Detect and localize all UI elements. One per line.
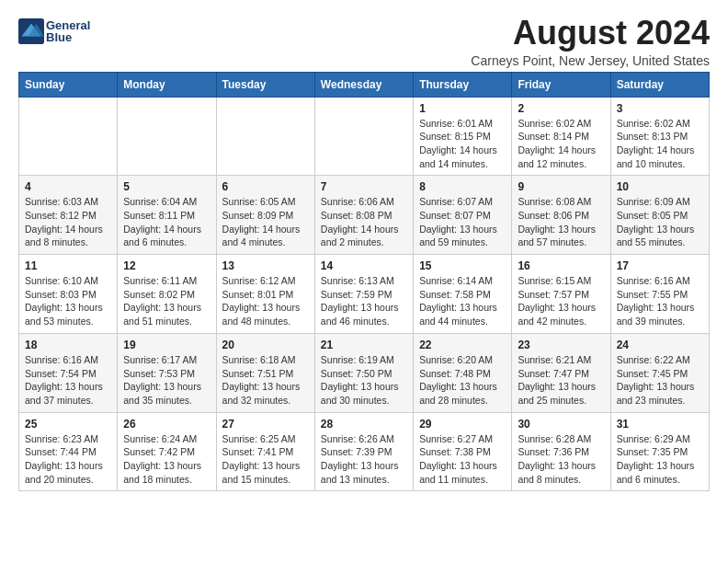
calendar-cell: 3Sunrise: 6:02 AM Sunset: 8:13 PM Daylig…	[610, 97, 709, 176]
calendar-cell: 19Sunrise: 6:17 AM Sunset: 7:53 PM Dayli…	[118, 333, 216, 412]
week-row-1: 1Sunrise: 6:01 AM Sunset: 8:15 PM Daylig…	[19, 97, 710, 176]
day-info: Sunrise: 6:01 AM Sunset: 8:15 PM Dayligh…	[419, 117, 506, 171]
day-info: Sunrise: 6:12 AM Sunset: 8:01 PM Dayligh…	[222, 274, 309, 328]
calendar-cell: 15Sunrise: 6:14 AM Sunset: 7:58 PM Dayli…	[414, 255, 512, 334]
calendar-cell: 20Sunrise: 6:18 AM Sunset: 7:51 PM Dayli…	[216, 333, 314, 412]
logo-icon	[18, 18, 44, 44]
day-info: Sunrise: 6:29 AM Sunset: 7:35 PM Dayligh…	[617, 432, 703, 487]
day-number: 28	[321, 418, 407, 431]
day-info: Sunrise: 6:14 AM Sunset: 7:58 PM Dayligh…	[419, 274, 506, 328]
day-number: 5	[123, 180, 210, 193]
calendar-cell: 31Sunrise: 6:29 AM Sunset: 7:35 PM Dayli…	[610, 412, 709, 491]
calendar-cell	[19, 97, 118, 176]
calendar-cell: 26Sunrise: 6:24 AM Sunset: 7:42 PM Dayli…	[118, 412, 216, 491]
day-info: Sunrise: 6:16 AM Sunset: 7:55 PM Dayligh…	[617, 274, 703, 328]
day-info: Sunrise: 6:10 AM Sunset: 8:03 PM Dayligh…	[25, 274, 111, 328]
day-info: Sunrise: 6:18 AM Sunset: 7:51 PM Dayligh…	[222, 353, 309, 408]
calendar-cell: 10Sunrise: 6:09 AM Sunset: 8:05 PM Dayli…	[610, 176, 709, 255]
page-subtitle: Carneys Point, New Jersey, United States	[471, 53, 710, 68]
header: General Blue August 2024 Carneys Point, …	[18, 15, 710, 68]
calendar-cell: 25Sunrise: 6:23 AM Sunset: 7:44 PM Dayli…	[19, 412, 118, 491]
day-info: Sunrise: 6:19 AM Sunset: 7:50 PM Dayligh…	[321, 353, 407, 408]
calendar-cell: 6Sunrise: 6:05 AM Sunset: 8:09 PM Daylig…	[216, 176, 314, 255]
day-number: 14	[321, 259, 407, 272]
logo-text: General Blue	[46, 18, 90, 44]
weekday-header-tuesday: Tuesday	[216, 72, 314, 97]
calendar-cell: 17Sunrise: 6:16 AM Sunset: 7:55 PM Dayli…	[610, 255, 709, 334]
day-info: Sunrise: 6:25 AM Sunset: 7:41 PM Dayligh…	[222, 432, 309, 487]
day-number: 6	[222, 180, 309, 193]
day-number: 2	[518, 102, 604, 115]
day-info: Sunrise: 6:22 AM Sunset: 7:45 PM Dayligh…	[617, 353, 703, 408]
week-row-5: 25Sunrise: 6:23 AM Sunset: 7:44 PM Dayli…	[19, 412, 710, 491]
day-number: 29	[419, 418, 506, 431]
day-info: Sunrise: 6:02 AM Sunset: 8:13 PM Dayligh…	[617, 117, 703, 171]
day-number: 25	[25, 418, 111, 431]
day-info: Sunrise: 6:15 AM Sunset: 7:57 PM Dayligh…	[518, 274, 604, 328]
day-number: 15	[419, 259, 506, 272]
day-info: Sunrise: 6:17 AM Sunset: 7:53 PM Dayligh…	[123, 353, 210, 408]
calendar-cell: 4Sunrise: 6:03 AM Sunset: 8:12 PM Daylig…	[19, 176, 118, 255]
day-number: 1	[419, 102, 506, 115]
day-info: Sunrise: 6:03 AM Sunset: 8:12 PM Dayligh…	[25, 195, 111, 249]
week-row-4: 18Sunrise: 6:16 AM Sunset: 7:54 PM Dayli…	[19, 333, 710, 412]
day-info: Sunrise: 6:20 AM Sunset: 7:48 PM Dayligh…	[419, 353, 506, 408]
day-info: Sunrise: 6:24 AM Sunset: 7:42 PM Dayligh…	[123, 432, 210, 487]
day-info: Sunrise: 6:02 AM Sunset: 8:14 PM Dayligh…	[518, 117, 604, 171]
day-number: 9	[518, 180, 604, 193]
day-number: 3	[617, 102, 703, 115]
day-number: 16	[518, 259, 604, 272]
title-area: August 2024 Carneys Point, New Jersey, U…	[471, 15, 710, 68]
weekday-header-saturday: Saturday	[610, 72, 709, 97]
weekday-header-wednesday: Wednesday	[314, 72, 413, 97]
calendar-cell: 28Sunrise: 6:26 AM Sunset: 7:39 PM Dayli…	[314, 412, 413, 491]
calendar-cell: 16Sunrise: 6:15 AM Sunset: 7:57 PM Dayli…	[512, 255, 610, 334]
day-info: Sunrise: 6:23 AM Sunset: 7:44 PM Dayligh…	[25, 432, 111, 487]
day-info: Sunrise: 6:13 AM Sunset: 7:59 PM Dayligh…	[321, 274, 407, 328]
day-number: 12	[123, 259, 210, 272]
day-number: 21	[321, 339, 407, 351]
day-info: Sunrise: 6:06 AM Sunset: 8:08 PM Dayligh…	[321, 195, 407, 249]
calendar-cell: 24Sunrise: 6:22 AM Sunset: 7:45 PM Dayli…	[610, 333, 709, 412]
calendar-cell: 5Sunrise: 6:04 AM Sunset: 8:11 PM Daylig…	[118, 176, 216, 255]
calendar-cell: 2Sunrise: 6:02 AM Sunset: 8:14 PM Daylig…	[512, 97, 610, 176]
day-info: Sunrise: 6:27 AM Sunset: 7:38 PM Dayligh…	[419, 432, 506, 487]
calendar-cell: 29Sunrise: 6:27 AM Sunset: 7:38 PM Dayli…	[414, 412, 512, 491]
calendar-cell: 8Sunrise: 6:07 AM Sunset: 8:07 PM Daylig…	[414, 176, 512, 255]
day-number: 8	[419, 180, 506, 193]
day-info: Sunrise: 6:08 AM Sunset: 8:06 PM Dayligh…	[518, 195, 604, 249]
day-number: 27	[222, 418, 309, 431]
calendar-cell: 23Sunrise: 6:21 AM Sunset: 7:47 PM Dayli…	[512, 333, 610, 412]
day-number: 11	[25, 259, 111, 272]
calendar-cell: 27Sunrise: 6:25 AM Sunset: 7:41 PM Dayli…	[216, 412, 314, 491]
day-number: 23	[518, 339, 604, 351]
day-info: Sunrise: 6:21 AM Sunset: 7:47 PM Dayligh…	[518, 353, 604, 408]
calendar-cell: 12Sunrise: 6:11 AM Sunset: 8:02 PM Dayli…	[118, 255, 216, 334]
calendar-cell: 9Sunrise: 6:08 AM Sunset: 8:06 PM Daylig…	[512, 176, 610, 255]
weekday-header-row: SundayMondayTuesdayWednesdayThursdayFrid…	[19, 72, 710, 97]
calendar-cell: 11Sunrise: 6:10 AM Sunset: 8:03 PM Dayli…	[19, 255, 118, 334]
day-number: 24	[617, 339, 703, 351]
calendar-cell: 30Sunrise: 6:28 AM Sunset: 7:36 PM Dayli…	[512, 412, 610, 491]
day-info: Sunrise: 6:09 AM Sunset: 8:05 PM Dayligh…	[617, 195, 703, 249]
day-info: Sunrise: 6:16 AM Sunset: 7:54 PM Dayligh…	[25, 353, 111, 408]
calendar-cell: 21Sunrise: 6:19 AM Sunset: 7:50 PM Dayli…	[314, 333, 413, 412]
calendar-cell: 1Sunrise: 6:01 AM Sunset: 8:15 PM Daylig…	[414, 97, 512, 176]
day-info: Sunrise: 6:04 AM Sunset: 8:11 PM Dayligh…	[123, 195, 210, 249]
day-number: 22	[419, 339, 506, 351]
calendar-cell	[118, 97, 216, 176]
day-number: 19	[123, 339, 210, 351]
calendar-cell: 13Sunrise: 6:12 AM Sunset: 8:01 PM Dayli…	[216, 255, 314, 334]
day-info: Sunrise: 6:07 AM Sunset: 8:07 PM Dayligh…	[419, 195, 506, 249]
day-number: 7	[321, 180, 407, 193]
day-number: 26	[123, 418, 210, 431]
calendar-cell: 7Sunrise: 6:06 AM Sunset: 8:08 PM Daylig…	[314, 176, 413, 255]
calendar-cell	[314, 97, 413, 176]
page-title: August 2024	[471, 15, 710, 52]
day-info: Sunrise: 6:11 AM Sunset: 8:02 PM Dayligh…	[123, 274, 210, 328]
weekday-header-monday: Monday	[118, 72, 216, 97]
day-number: 13	[222, 259, 309, 272]
day-number: 4	[25, 180, 111, 193]
day-number: 10	[617, 180, 703, 193]
day-number: 30	[518, 418, 604, 431]
